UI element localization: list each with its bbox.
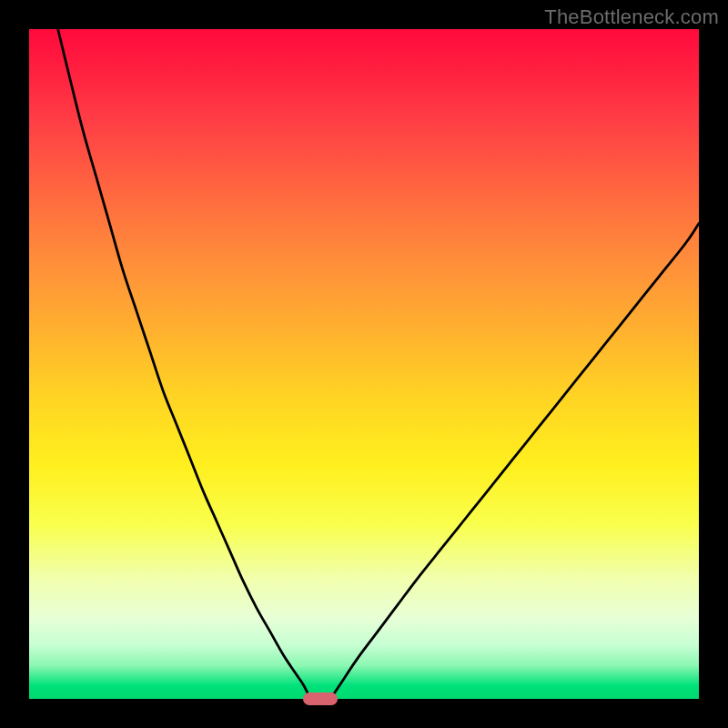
watermark-text: TheBottleneck.com	[544, 5, 719, 29]
chart-curves	[29, 29, 699, 699]
curve-left-branch	[58, 29, 310, 699]
curve-right-branch	[330, 223, 699, 699]
bottleneck-marker	[303, 693, 338, 705]
